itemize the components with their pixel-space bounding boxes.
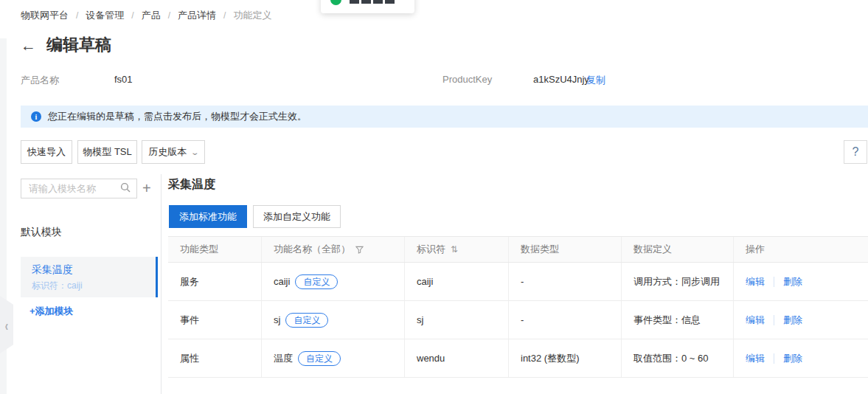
edit-link[interactable]: 编辑 bbox=[746, 275, 765, 288]
table-body: 服务 caiji 自定义 caiji - 调用方式：同步调用 编辑 删除 事件 … bbox=[168, 263, 868, 378]
product-name-value: fs01 bbox=[114, 74, 133, 85]
module-search-box bbox=[21, 179, 137, 198]
cell-feature-type: 事件 bbox=[168, 301, 262, 339]
page: 物联网平台 / 设备管理 / 产品 / 产品详情 / 功能定义 ← 编辑草稿 产… bbox=[0, 0, 868, 394]
breadcrumb-product[interactable]: 产品 bbox=[142, 9, 161, 22]
feature-table: 功能类型 功能名称（全部） 标识符 ⇅ 数据类型 数据定义 操作 服务 caij… bbox=[168, 236, 868, 378]
cell-feature-name: sj 自定义 bbox=[262, 301, 405, 339]
tsl-model-button[interactable]: 物模型 TSL bbox=[77, 140, 137, 164]
delete-link[interactable]: 删除 bbox=[783, 314, 802, 327]
sort-icon[interactable]: ⇅ bbox=[451, 244, 457, 255]
cell-data-definition: 调用方式：同步调用 bbox=[622, 263, 734, 300]
cell-data-type: - bbox=[509, 301, 622, 339]
cell-actions: 编辑 删除 bbox=[734, 301, 868, 339]
draft-info-banner: i 您正在编辑的是草稿，需点击发布后，物模型才会正式生效。 bbox=[21, 106, 868, 128]
delete-link[interactable]: 删除 bbox=[783, 352, 802, 365]
page-title: 编辑草稿 bbox=[46, 34, 111, 56]
history-version-label: 历史版本 bbox=[148, 145, 187, 159]
selected-indicator-bar bbox=[156, 257, 158, 297]
sidebar-divider bbox=[161, 174, 162, 394]
col-header-identifier: 标识符 ⇅ bbox=[405, 237, 509, 262]
quick-import-button[interactable]: 快速导入 bbox=[21, 140, 72, 164]
product-info-row: 产品名称 fs01 ProductKey a1kSzU4Jnjy 复制 bbox=[21, 74, 847, 87]
action-separator bbox=[774, 353, 774, 364]
sidebar-collapse-handle[interactable]: ‹ bbox=[0, 296, 13, 353]
success-toast bbox=[321, 0, 414, 13]
back-arrow-icon[interactable]: ← bbox=[21, 38, 36, 53]
breadcrumb-feature-definition: 功能定义 bbox=[233, 9, 271, 22]
breadcrumb-device-management[interactable]: 设备管理 bbox=[86, 9, 124, 22]
sidebar-item-module-selected[interactable]: 采集温度 标识符：caiji bbox=[21, 257, 158, 297]
cell-identifier: wendu bbox=[405, 339, 509, 377]
add-standard-feature-button[interactable]: 添加标准功能 bbox=[169, 205, 247, 228]
module-identifier: 标识符：caiji bbox=[32, 280, 83, 292]
table-row: 事件 sj 自定义 sj - 事件类型：信息 编辑 删除 bbox=[168, 301, 868, 339]
cell-feature-name: caiji 自定义 bbox=[262, 263, 405, 300]
breadcrumb-iot-platform[interactable]: 物联网平台 bbox=[21, 9, 69, 22]
col-header-data-definition: 数据定义 bbox=[622, 237, 734, 262]
breadcrumb-separator: / bbox=[223, 10, 226, 21]
draft-info-text: 您正在编辑的是草稿，需点击发布后，物模型才会正式生效。 bbox=[48, 110, 307, 123]
custom-tag: 自定义 bbox=[295, 274, 338, 289]
breadcrumb-product-detail[interactable]: 产品详情 bbox=[178, 9, 216, 22]
module-title: 采集温度 bbox=[168, 177, 215, 193]
breadcrumb-separator: / bbox=[76, 10, 78, 21]
edit-link[interactable]: 编辑 bbox=[746, 314, 765, 327]
cell-feature-type: 服务 bbox=[168, 263, 262, 300]
action-separator bbox=[774, 277, 774, 287]
chevron-down-icon: ⌄ bbox=[190, 148, 200, 156]
default-module-group-label: 默认模块 bbox=[21, 226, 62, 239]
chevron-left-icon: ‹ bbox=[5, 316, 8, 333]
module-search-input[interactable] bbox=[21, 183, 120, 194]
col-header-feature-name: 功能名称（全部） bbox=[262, 237, 405, 262]
title-row: ← 编辑草稿 bbox=[21, 34, 111, 56]
cell-identifier: sj bbox=[405, 301, 509, 339]
filter-icon[interactable] bbox=[355, 246, 364, 254]
success-icon bbox=[330, 0, 341, 5]
add-module-button[interactable]: +添加模块 bbox=[29, 305, 74, 318]
module-name: 采集温度 bbox=[32, 263, 73, 277]
custom-tag: 自定义 bbox=[298, 351, 341, 366]
cell-actions: 编辑 删除 bbox=[734, 339, 868, 377]
copy-productkey-link[interactable]: 复制 bbox=[586, 74, 605, 87]
custom-tag: 自定义 bbox=[285, 313, 328, 328]
toast-clipped-content bbox=[321, 0, 414, 13]
toast-text-fragment bbox=[350, 0, 395, 4]
cell-data-type: - bbox=[509, 263, 622, 300]
table-row: 属性 温度 自定义 wendu int32 (整数型) 取值范围：0 ~ 60 … bbox=[168, 339, 868, 378]
help-button[interactable]: ? bbox=[844, 140, 867, 164]
breadcrumb-separator: / bbox=[168, 10, 170, 21]
cell-data-definition: 事件类型：信息 bbox=[622, 301, 734, 339]
product-name-label: 产品名称 bbox=[21, 74, 59, 87]
cell-identifier: caiji bbox=[405, 263, 509, 300]
col-header-actions: 操作 bbox=[734, 237, 868, 262]
delete-link[interactable]: 删除 bbox=[783, 275, 802, 288]
info-icon: i bbox=[31, 111, 41, 122]
breadcrumb-separator: / bbox=[131, 10, 133, 21]
cell-data-definition: 取值范围：0 ~ 60 bbox=[622, 339, 734, 377]
action-separator bbox=[774, 315, 774, 325]
edit-link[interactable]: 编辑 bbox=[746, 352, 765, 365]
product-key-label: ProductKey bbox=[442, 74, 492, 85]
add-module-plus-icon[interactable]: + bbox=[142, 180, 151, 197]
table-header-row: 功能类型 功能名称（全部） 标识符 ⇅ 数据类型 数据定义 操作 bbox=[168, 236, 868, 263]
search-icon[interactable] bbox=[120, 182, 136, 196]
product-key-value: a1kSzU4Jnjy bbox=[533, 74, 589, 85]
cell-feature-name: 温度 自定义 bbox=[262, 339, 405, 377]
cell-actions: 编辑 删除 bbox=[734, 263, 868, 300]
cell-feature-type: 属性 bbox=[168, 339, 262, 377]
history-version-button[interactable]: 历史版本 ⌄ bbox=[142, 140, 205, 164]
col-header-feature-type: 功能类型 bbox=[168, 237, 262, 262]
cell-data-type: int32 (整数型) bbox=[509, 339, 622, 377]
breadcrumb: 物联网平台 / 设备管理 / 产品 / 产品详情 / 功能定义 bbox=[21, 9, 271, 22]
add-custom-feature-button[interactable]: 添加自定义功能 bbox=[253, 205, 341, 228]
col-header-data-type: 数据类型 bbox=[509, 237, 622, 262]
table-row: 服务 caiji 自定义 caiji - 调用方式：同步调用 编辑 删除 bbox=[168, 263, 868, 301]
